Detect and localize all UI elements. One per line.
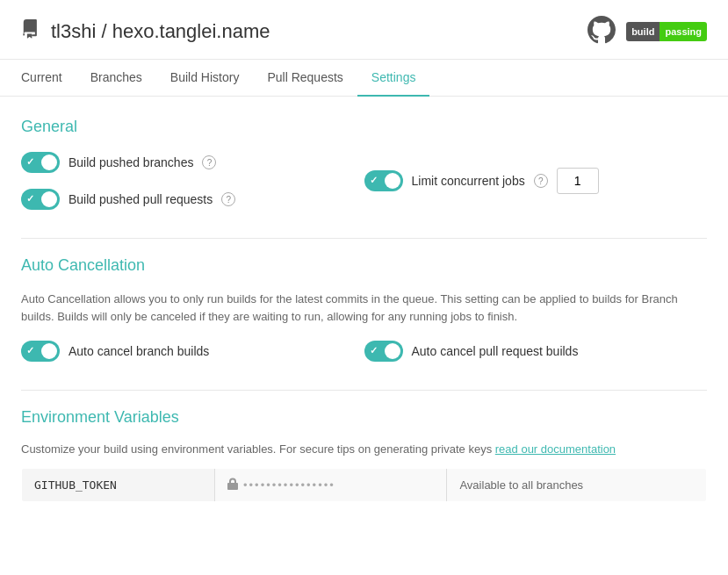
env-docs-link[interactable]: read our documentation — [495, 442, 616, 456]
toggle-check-icon4: ✓ — [26, 345, 34, 356]
general-right-col: ✓ Limit concurrent jobs ? — [364, 168, 708, 194]
tab-build-history[interactable]: Build History — [156, 60, 254, 97]
build-pushed-pull-requests-label: Build pushed pull requests — [68, 192, 213, 206]
env-row-0: GITHUB_TOKEN •••••••••••••••• — [22, 469, 707, 502]
env-value: •••••••••••••••• — [243, 478, 335, 492]
env-variables-section: Environment Variables Customize your bui… — [21, 408, 707, 502]
header: tl3shi / hexo.tanglei.name build passing — [0, 0, 728, 60]
build-pushed-branches-toggle[interactable]: ✓ — [21, 152, 60, 173]
build-pushed-pull-requests-row: ✓ Build pushed pull requests ? — [21, 189, 364, 210]
limit-concurrent-jobs-help-icon[interactable]: ? — [534, 174, 548, 188]
env-description: Customize your build using environment v… — [21, 442, 707, 456]
auto-cancel-branch-row: ✓ Auto cancel branch builds — [21, 341, 364, 362]
toggle-check-icon5: ✓ — [370, 345, 378, 356]
limit-concurrent-jobs-input[interactable] — [557, 168, 599, 194]
build-pushed-branches-row: ✓ Build pushed branches ? — [21, 152, 364, 173]
limit-concurrent-jobs-row: ✓ Limit concurrent jobs ? — [364, 168, 708, 194]
general-toggles: ✓ Build pushed branches ? ✓ Build pu — [21, 152, 707, 210]
limit-concurrent-jobs-toggle[interactable]: ✓ — [364, 170, 403, 191]
auto-cancel-left-col: ✓ Auto cancel branch builds — [21, 341, 364, 362]
build-label: build — [626, 22, 660, 41]
divider-2 — [21, 390, 707, 391]
env-scope-cell: Available to all branches — [447, 469, 707, 502]
build-pushed-branches-help-icon[interactable]: ? — [202, 155, 216, 169]
auto-cancel-pull-request-toggle[interactable]: ✓ — [364, 341, 403, 362]
passing-label: passing — [660, 22, 707, 41]
auto-cancellation-toggles: ✓ Auto cancel branch builds ✓ — [21, 341, 707, 362]
auto-cancellation-section: Auto Cancellation Auto Cancellation allo… — [21, 256, 707, 362]
env-value-cell: •••••••••••••••• — [215, 469, 447, 502]
main-content: General ✓ Build pushed branches ? — [0, 97, 728, 551]
env-name-value: GITHUB_TOKEN — [34, 478, 117, 492]
general-title: General — [21, 118, 707, 136]
tab-current[interactable]: Current — [21, 60, 76, 97]
repo-icon — [21, 19, 40, 44]
tab-settings[interactable]: Settings — [357, 60, 430, 97]
build-pushed-branches-label: Build pushed branches — [68, 155, 193, 169]
general-section: General ✓ Build pushed branches ? — [21, 118, 707, 210]
env-table: GITHUB_TOKEN •••••••••••••••• — [21, 468, 707, 502]
divider-1 — [21, 238, 707, 239]
env-variables-title: Environment Variables — [21, 408, 707, 427]
auto-cancel-branch-toggle[interactable]: ✓ — [21, 341, 60, 362]
limit-concurrent-jobs-label: Limit concurrent jobs — [412, 174, 525, 188]
auto-cancellation-description: Auto Cancellation allows you to only run… — [21, 291, 707, 325]
build-pushed-pull-requests-toggle[interactable]: ✓ — [21, 189, 60, 210]
github-icon — [587, 16, 616, 47]
build-badge: build passing — [626, 22, 707, 41]
env-scope-value: Available to all branches — [459, 478, 583, 492]
env-description-text: Customize your build using environment v… — [21, 442, 492, 456]
auto-cancel-pull-request-row: ✓ Auto cancel pull request builds — [364, 341, 708, 362]
tab-branches[interactable]: Branches — [76, 60, 156, 97]
toggle-check-icon3: ✓ — [370, 175, 378, 186]
auto-cancel-pull-request-label: Auto cancel pull request builds — [412, 344, 579, 358]
lock-icon — [227, 478, 238, 492]
build-pushed-pull-requests-help-icon[interactable]: ? — [221, 192, 235, 206]
env-name-cell: GITHUB_TOKEN — [22, 469, 215, 502]
auto-cancel-branch-label: Auto cancel branch builds — [68, 344, 209, 358]
toggle-check-icon2: ✓ — [26, 193, 34, 205]
repo-title: tl3shi / hexo.tanglei.name — [51, 20, 577, 43]
tab-pull-requests[interactable]: Pull Requests — [253, 60, 357, 97]
main-nav: Current Branches Build History Pull Requ… — [0, 60, 728, 97]
general-left-col: ✓ Build pushed branches ? ✓ Build pu — [21, 152, 364, 210]
auto-cancel-right-col: ✓ Auto cancel pull request builds — [364, 341, 708, 362]
auto-cancellation-title: Auto Cancellation — [21, 256, 707, 275]
toggle-check-icon: ✓ — [26, 156, 34, 168]
